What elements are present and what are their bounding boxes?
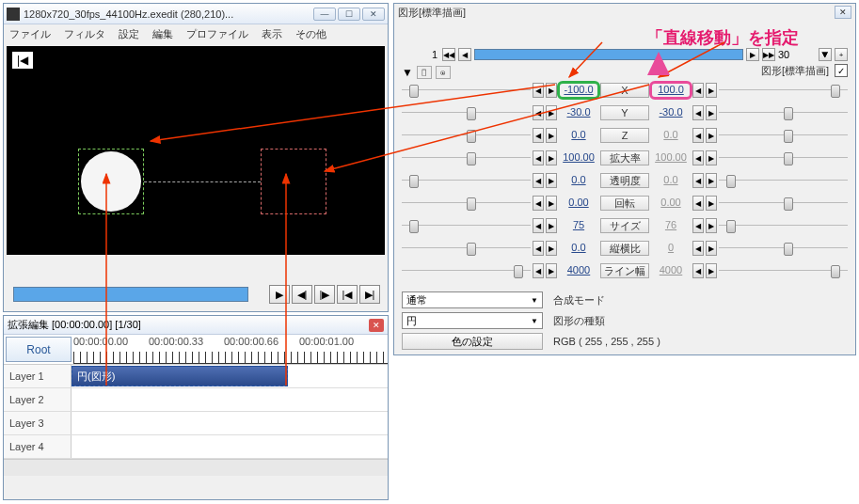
clip-circle[interactable]: 円(図形) xyxy=(72,366,288,386)
menu-settings[interactable]: 設定 xyxy=(119,27,139,41)
step-dec-button[interactable]: ◀ xyxy=(692,196,704,211)
step-dec-button[interactable]: ◀ xyxy=(533,128,544,143)
timeline-ruler[interactable]: Root 00:00:00.00 00:00:00.33 00:00:00.66… xyxy=(4,335,388,365)
layer-track-4[interactable] xyxy=(72,435,388,458)
step-inc-button[interactable]: ▶ xyxy=(706,83,717,98)
param-label[interactable]: 縦横比 xyxy=(600,241,649,256)
slider-left[interactable] xyxy=(402,150,531,166)
step-inc-button[interactable]: ▶ xyxy=(546,105,557,120)
step-inc-button[interactable]: ▶ xyxy=(706,150,717,165)
step-dec-button[interactable]: ◀ xyxy=(533,218,544,233)
layer-label[interactable]: Layer 2 xyxy=(4,388,72,411)
close-button[interactable]: ✕ xyxy=(362,8,385,21)
step-dec-button[interactable]: ◀ xyxy=(533,83,544,98)
slider-right[interactable] xyxy=(719,150,848,166)
preview-titlebar[interactable]: 1280x720_30fps_44100Hz.exedit (280,210).… xyxy=(4,4,388,24)
shape-type-select[interactable]: 円▼ xyxy=(402,312,543,329)
step-dec-button[interactable]: ◀ xyxy=(692,173,704,188)
step-inc-button[interactable]: ▶ xyxy=(546,218,557,233)
step-inc-button[interactable]: ▶ xyxy=(546,83,557,98)
frame-last-button[interactable]: ▶▶ xyxy=(762,48,775,61)
value-left[interactable]: 0.0 xyxy=(559,241,598,256)
timeline-titlebar[interactable]: 拡張編集 [00:00:00.00] [1/30] ✕ xyxy=(4,316,388,335)
param-label[interactable]: X xyxy=(600,83,649,98)
step-dec-button[interactable]: ◀ xyxy=(692,150,704,165)
step-inc-button[interactable]: ▶ xyxy=(546,241,557,256)
value-right[interactable]: 0.00 xyxy=(651,196,691,211)
root-button[interactable]: Root xyxy=(6,337,72,362)
slider-right[interactable] xyxy=(719,104,848,121)
menu-file[interactable]: ファイル xyxy=(9,27,51,41)
toggle-icon[interactable]: ▼ xyxy=(402,66,413,79)
value-right[interactable]: 0.0 xyxy=(651,173,691,188)
param-label[interactable]: ライン幅 xyxy=(600,263,649,278)
step-dec-button[interactable]: ◀ xyxy=(533,196,544,211)
layer-track-3[interactable] xyxy=(72,412,388,434)
value-right[interactable]: 100.0 xyxy=(651,83,691,98)
slider-left[interactable] xyxy=(402,82,531,99)
slider-right[interactable] xyxy=(719,195,848,212)
progress-bar[interactable] xyxy=(13,287,248,302)
value-left[interactable]: 0.0 xyxy=(559,128,598,143)
blend-mode-select[interactable]: 通常▼ xyxy=(402,291,543,308)
minimize-button[interactable]: — xyxy=(313,8,336,21)
menu-edit[interactable]: 編集 xyxy=(152,27,173,41)
frame-slider[interactable] xyxy=(474,49,743,60)
value-right[interactable]: 100.00 xyxy=(651,150,691,165)
slider-right[interactable] xyxy=(719,127,848,144)
step-inc-button[interactable]: ▶ xyxy=(706,105,717,120)
value-right[interactable]: 0 xyxy=(651,241,691,256)
timeline-scrollbar[interactable] xyxy=(4,459,388,476)
slider-right[interactable] xyxy=(719,217,848,234)
layer-track-2[interactable] xyxy=(72,388,388,411)
step-inc-button[interactable]: ▶ xyxy=(546,128,557,143)
mouse-icon[interactable]: ⍟ xyxy=(436,66,451,79)
color-settings-button[interactable]: 色の設定 xyxy=(402,333,543,350)
step-dec-button[interactable]: ◀ xyxy=(533,173,544,188)
step-inc-button[interactable]: ▶ xyxy=(706,196,717,211)
play-button[interactable]: ▶ xyxy=(269,285,290,304)
slider-left[interactable] xyxy=(402,240,531,257)
preview-viewport[interactable]: |◀ xyxy=(7,46,385,255)
menu-view[interactable]: 表示 xyxy=(262,27,282,41)
value-left[interactable]: 0.00 xyxy=(559,196,598,211)
layer-label[interactable]: Layer 3 xyxy=(4,412,72,434)
to-start-button[interactable]: |◀ xyxy=(337,285,358,304)
step-dec-button[interactable]: ◀ xyxy=(533,105,544,120)
maximize-button[interactable]: ☐ xyxy=(338,8,360,21)
slider-left[interactable] xyxy=(402,217,531,234)
param-label[interactable]: Z xyxy=(600,128,649,143)
step-back-button[interactable]: ◀| xyxy=(292,285,312,304)
step-inc-button[interactable]: ▶ xyxy=(706,263,717,278)
param-label[interactable]: 回転 xyxy=(600,196,649,211)
step-dec-button[interactable]: ◀ xyxy=(692,218,704,233)
to-end-button[interactable]: ▶| xyxy=(359,285,380,304)
slider-right[interactable] xyxy=(719,240,848,257)
rewind-icon[interactable]: |◀ xyxy=(12,52,33,69)
frame-first-button[interactable]: ◀◀ xyxy=(442,48,455,61)
value-left[interactable]: 100.00 xyxy=(559,150,598,165)
menu-profile[interactable]: プロファイル xyxy=(186,27,248,41)
collapse-button[interactable]: ⯆ xyxy=(819,48,832,61)
step-dec-button[interactable]: ◀ xyxy=(692,105,704,120)
step-inc-button[interactable]: ▶ xyxy=(706,241,717,256)
step-dec-button[interactable]: ◀ xyxy=(692,128,704,143)
value-left[interactable]: 4000 xyxy=(559,263,598,278)
value-left[interactable]: 0.0 xyxy=(559,173,598,188)
value-left[interactable]: 75 xyxy=(559,218,598,233)
slider-right[interactable] xyxy=(719,262,848,279)
property-titlebar[interactable]: 図形[標準描画] ✕ xyxy=(394,4,855,21)
slider-right[interactable] xyxy=(719,172,848,189)
menu-filter[interactable]: フィルタ xyxy=(64,27,105,41)
step-inc-button[interactable]: ▶ xyxy=(706,128,717,143)
step-inc-button[interactable]: ▶ xyxy=(546,263,557,278)
step-inc-button[interactable]: ▶ xyxy=(546,196,557,211)
param-label[interactable]: Y xyxy=(600,105,649,120)
step-dec-button[interactable]: ◀ xyxy=(533,241,544,256)
param-label[interactable]: 拡大率 xyxy=(600,150,649,165)
step-dec-button[interactable]: ◀ xyxy=(692,241,704,256)
value-left[interactable]: -100.0 xyxy=(559,83,598,98)
camera-icon[interactable]: ⌷ xyxy=(417,66,432,79)
step-dec-button[interactable]: ◀ xyxy=(533,150,544,165)
param-label[interactable]: サイズ xyxy=(600,218,649,233)
